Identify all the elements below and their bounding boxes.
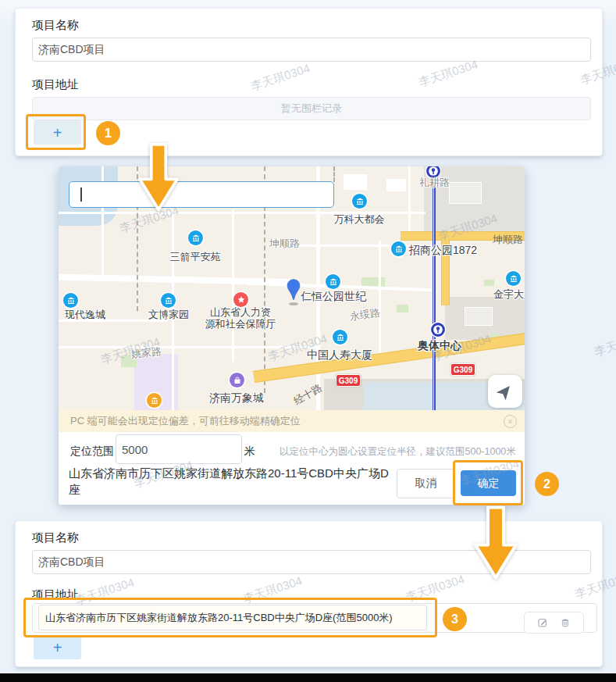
building-poi-icon [391,241,406,256]
road-label-yongsui: 永绥路 [349,305,381,323]
poi-label: 仁恒公园世纪 [301,290,366,304]
map-boundary-line [333,166,335,182]
cancel-button[interactable]: 取消 [397,469,455,498]
map-building-footprint [449,182,482,204]
map-building-footprint [344,174,367,190]
text-cursor [80,187,82,202]
watermark-text: 李天琪0304 [593,327,616,359]
project-address-label: 项目地址 [32,77,79,92]
map-search-input[interactable] [69,181,334,208]
step-badge-2: 2 [535,472,559,496]
building-poi-icon [506,271,521,286]
museum-poi-icon [147,393,162,408]
building-poi-icon [63,293,78,308]
map-canvas[interactable]: 礼耕路 奥体中心 G309 G309 坤顺路 坤顺路 姚家路 永绥路 经十路 三… [59,166,525,410]
fence-row-actions [524,612,584,634]
building-poi-icon [352,194,367,209]
map-building-footprint [465,307,493,326]
range-unit: 米 [244,445,255,459]
building-poi-icon [333,330,347,345]
trash-icon[interactable] [560,617,571,628]
map-metro-line [433,166,436,410]
poi-label-line1: 山东省人力资 [205,307,276,319]
building-poi-icon [161,293,176,308]
down-arrow-annotation [472,505,519,580]
navigation-arrow-icon [497,383,514,400]
poi-label: 金宇大厦 [493,287,525,302]
map-street [232,209,234,362]
map-street [379,241,381,362]
building-poi-icon [188,230,203,245]
road-badge-g309: G309 [450,363,475,376]
poi-label-two-line: 山东省人力资 源和社会保障厅 [205,307,276,330]
highlight-box-step1 [26,114,86,150]
road-label-kunshun-left: 坤顺路 [269,237,300,251]
poi-label: 济南万象城 [209,391,264,405]
bottom-edge-bar [0,673,616,682]
map-yellow-road-jingshi [253,332,525,383]
building-poi-icon [326,274,340,289]
range-label: 定位范围 [70,445,114,459]
close-icon[interactable]: ✕ [504,415,517,428]
road-label-ligeng: 礼耕路 [419,176,450,190]
down-arrow-annotation [135,143,182,212]
gov-star-poi-icon [233,292,248,307]
map-green-area [397,305,408,312]
poi-label: 现代逸城 [65,308,105,322]
location-picker-dialog: 礼耕路 奥体中心 G309 G309 坤顺路 坤顺路 姚家路 永绥路 经十路 三… [59,166,525,505]
step-badge-3: 3 [443,607,467,631]
edit-icon[interactable] [537,617,548,628]
location-pin-icon[interactable] [286,277,301,302]
locate-button[interactable] [488,375,522,408]
project-name-label: 项目名称 [32,530,79,545]
metro-station-icon [429,321,447,338]
poi-label: 招商公园1872 [409,244,477,258]
road-badge-g309: G309 [336,374,361,387]
map-building-footprint [386,179,406,191]
poi-label: 三箭平安苑 [170,250,221,264]
pin-shadow [289,302,298,305]
highlight-box-step3 [23,598,437,637]
project-name-label: 项目名称 [32,18,79,33]
poi-label: 中国人寿大厦 [307,348,372,362]
mall-poi-icon [230,373,244,387]
step-badge-1: 1 [96,121,120,145]
poi-label: 万科大都会 [334,212,385,227]
poi-label-line2: 源和社会保障厅 [205,319,276,330]
highlight-box-step2 [453,460,523,505]
add-fence-button[interactable]: + [34,635,81,659]
map-street [408,166,411,235]
notice-text: PC 端可能会出现定位偏差，可前往移动端精确定位 [70,414,301,428]
map-green-area [484,280,494,286]
project-name-input[interactable] [32,37,591,62]
poi-label: 文博家园 [148,308,189,322]
selected-address-text: 山东省济南市历下区姚家街道解放东路20-11号CBD中央广场D座 [69,465,392,498]
fence-empty-placeholder: 暂无围栏记录 [32,97,591,120]
range-input[interactable] [116,434,242,464]
range-hint: 以定位中心为圆心设置定位半径，建议范围500-1000米 [280,445,516,459]
poi-label-aoti: 奥体中心 [418,339,461,353]
map-street [59,346,316,348]
notice-bar: PC 端可能会出现定位偏差，可前往移动端精确定位 ✕ [59,410,525,432]
road-label-kunshun-yellow: 坤顺路 [493,233,523,247]
